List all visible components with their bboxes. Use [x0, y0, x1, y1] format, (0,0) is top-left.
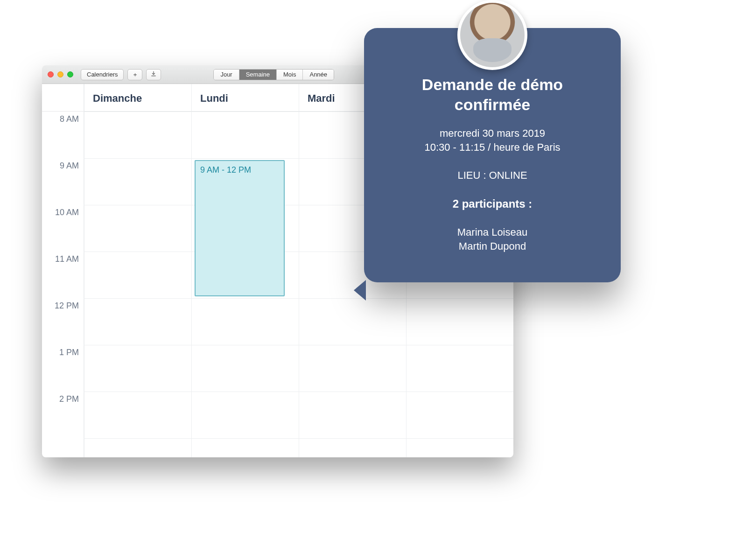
plus-icon: ＋: [132, 70, 138, 79]
calendars-label: Calendriers: [87, 71, 118, 78]
hour-label: 10 AM: [42, 205, 84, 252]
popover-participants-header: 2 participants :: [383, 197, 602, 210]
hour-label: 11 AM: [42, 252, 84, 298]
time-column: 8 AM 9 AM 10 AM 11 AM 12 PM 1 PM 2 PM: [42, 112, 84, 457]
hour-label: 9 AM: [42, 158, 84, 205]
add-button[interactable]: ＋: [127, 69, 142, 80]
avatar: [457, 0, 527, 70]
hour-label: 8 AM: [42, 112, 84, 158]
zoom-icon[interactable]: [67, 71, 73, 77]
popover-participants-list: Marina Loiseau Martin Dupond: [383, 226, 602, 252]
minimize-icon[interactable]: [57, 71, 63, 77]
calendars-button[interactable]: Calendriers: [81, 69, 124, 80]
popover-location: LIEU : ONLINE: [383, 169, 602, 182]
view-day[interactable]: Jour: [214, 70, 239, 80]
view-year[interactable]: Année: [303, 70, 334, 80]
popover-time: 10:30 - 11:15 / heure de Paris: [383, 141, 602, 154]
availability-block[interactable]: 9 AM - 12 PM: [195, 160, 285, 296]
day-header: Dimanche: [84, 84, 191, 111]
day-col-lundi[interactable]: 9 AM - 12 PM: [191, 112, 299, 457]
hour-label: 2 PM: [42, 392, 84, 438]
participant: Marina Loiseau: [383, 226, 602, 238]
view-segmented-control: Jour Semaine Mois Année: [213, 69, 334, 80]
hour-label: 1 PM: [42, 345, 84, 392]
day-col-dimanche[interactable]: [84, 112, 191, 457]
view-week[interactable]: Semaine: [239, 70, 277, 80]
view-month[interactable]: Mois: [277, 70, 303, 80]
popover-date: mercredi 30 mars 2019: [383, 127, 602, 140]
close-icon[interactable]: [48, 71, 54, 77]
avatar-image: [460, 3, 525, 67]
hour-label: 12 PM: [42, 298, 84, 345]
popover-title: Demande de démo confirmée: [383, 75, 602, 114]
inbox-button[interactable]: [146, 69, 161, 80]
participant: Martin Dupond: [383, 240, 602, 252]
day-header: Lundi: [191, 84, 299, 111]
window-traffic-lights: [48, 71, 73, 77]
inbox-icon: [150, 70, 157, 78]
event-popover: Demande de démo confirmée mercredi 30 ma…: [364, 28, 621, 282]
